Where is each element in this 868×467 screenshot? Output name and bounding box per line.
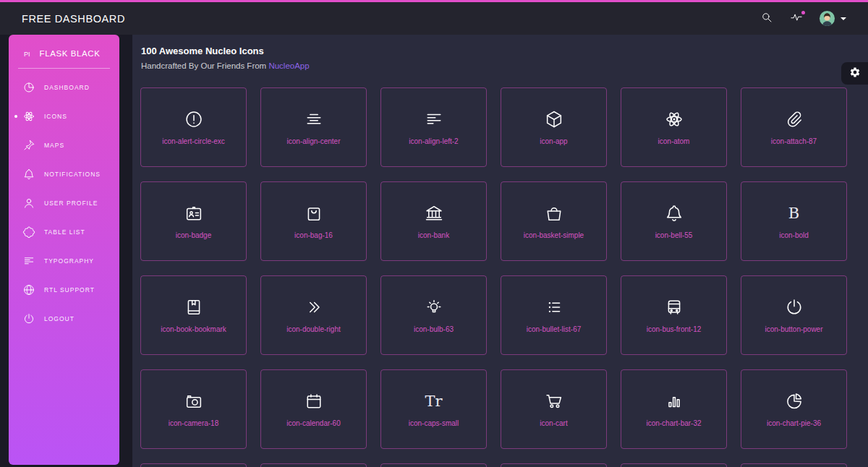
sidebar-item-maps[interactable]: MAPS <box>9 131 119 160</box>
gear-icon <box>849 67 861 80</box>
sidebar-item-dashboard[interactable]: DASHBOARD <box>9 73 119 102</box>
icon-card: icon-book-bookmark <box>140 275 247 355</box>
sidebar-logo[interactable]: FLASK BLACK <box>40 49 101 58</box>
icon-card-label: icon-cart <box>540 419 567 427</box>
align-center-icon <box>304 109 324 129</box>
icon-card: B icon-bold <box>741 181 847 261</box>
icon-card-cutoff <box>380 463 487 467</box>
icon-card-label: icon-bullet-list-67 <box>527 325 582 333</box>
chart-bar-32-icon <box>664 391 684 411</box>
sidebar-item-label: NOTIFICATIONS <box>44 171 101 178</box>
icon-card-cutoff <box>140 463 247 467</box>
world-icon <box>22 283 35 296</box>
icon-card: icon-bell-55 <box>621 181 727 261</box>
caps-small-icon: Tr <box>424 391 444 411</box>
nucleoapp-link[interactable]: NucleoApp <box>268 61 309 70</box>
icon-card-label: icon-caps-small <box>409 419 459 427</box>
chart-pie-36-icon <box>784 391 804 411</box>
icon-card: icon-bus-front-12 <box>621 275 727 355</box>
icon-card-cutoff <box>260 463 367 467</box>
calendar-60-icon <box>304 391 324 411</box>
sidebar-item-label: MAPS <box>44 142 64 149</box>
icon-card-cutoff <box>621 463 727 467</box>
search-button[interactable] <box>760 12 774 26</box>
sidebar-item-rtl-support[interactable]: RTL SUPPORT <box>9 275 119 304</box>
brand-title[interactable]: FREE DASHBOARD <box>22 13 125 25</box>
cart-icon <box>544 391 564 411</box>
pin-icon <box>22 139 35 152</box>
icon-card: icon-basket-simple <box>501 181 607 261</box>
atom-icon <box>22 110 35 123</box>
sidebar-item-typography[interactable]: TYPOGRAPHY <box>9 247 119 275</box>
align-left-2-icon <box>424 109 444 129</box>
icon-card-label: icon-attach-87 <box>771 137 817 145</box>
page-title: 100 Awesome Nucleo Icons <box>140 46 848 56</box>
icon-card-label: icon-bank <box>418 231 449 239</box>
button-power-icon <box>784 297 804 317</box>
icon-card-label: icon-basket-simple <box>524 231 584 239</box>
sidebar-item-notifications[interactable]: NOTIFICATIONS <box>9 160 119 189</box>
icon-card-label: icon-bus-front-12 <box>647 325 702 333</box>
sidebar-item-icons[interactable]: ICONS <box>9 102 119 131</box>
sidebar-item-label: DASHBOARD <box>44 84 90 91</box>
caret-down-icon <box>841 17 846 20</box>
search-icon <box>760 11 773 26</box>
icon-card: icon-bag-16 <box>260 181 367 261</box>
subtitle-text: Handcrafted By Our Friends From <box>141 61 266 70</box>
icon-card: icon-bullet-list-67 <box>501 275 607 355</box>
alert-circle-exc-icon <box>184 109 204 129</box>
icon-card-label: icon-calendar-60 <box>286 419 341 427</box>
icon-card: icon-atom <box>621 87 727 167</box>
active-dot-icon <box>14 115 17 118</box>
sidebar-nav: DASHBOARD ICONS MAPS NOTIFICATIONS USER … <box>9 73 119 333</box>
button-power-icon <box>22 312 35 325</box>
icon-card-label: icon-badge <box>176 231 211 239</box>
icon-card-label: icon-align-center <box>287 137 341 145</box>
icon-card-label: icon-bag-16 <box>294 231 333 239</box>
icon-card-label: icon-chart-pie-36 <box>767 419 821 427</box>
navbar-actions <box>760 10 846 27</box>
camera-18-icon <box>184 391 204 411</box>
sidebar-item-label: USER PROFILE <box>44 200 98 207</box>
notifications-button[interactable] <box>789 12 804 26</box>
sidebar-item-label: RTL SUPPORT <box>44 286 95 294</box>
icon-card: icon-button-power <box>741 275 847 355</box>
icon-card-label: icon-alert-circle-exc <box>162 137 225 145</box>
page-subtitle: Handcrafted By Our Friends From NucleoAp… <box>140 61 848 70</box>
icon-card-cutoff <box>501 463 607 467</box>
chart-pie-icon <box>22 81 35 94</box>
icon-card-label: icon-bell-55 <box>655 231 693 239</box>
sidebar: PI FLASK BLACK DASHBOARD ICONS MAPS NOTI… <box>9 35 119 465</box>
icon-card-label: icon-atom <box>658 137 690 145</box>
icon-card: icon-chart-pie-36 <box>741 369 847 449</box>
icon-card-label: icon-bold <box>779 231 809 239</box>
badge-icon <box>184 203 204 223</box>
icon-card: icon-calendar-60 <box>260 369 367 449</box>
notification-dot <box>801 11 805 14</box>
icon-card-label: icon-app <box>540 137 567 145</box>
icon-card: icon-chart-bar-32 <box>621 369 727 449</box>
sidebar-item-user-profile[interactable]: USER PROFILE <box>9 189 119 218</box>
bold-icon: B <box>784 203 804 223</box>
settings-button[interactable] <box>841 62 868 85</box>
bulb-63-icon <box>424 297 444 317</box>
sidebar-item-table-list[interactable]: TABLE LIST <box>9 218 119 247</box>
icon-card: icon-align-left-2 <box>380 87 487 167</box>
bullet-list-67-icon <box>544 297 564 317</box>
icon-card: icon-badge <box>140 181 247 261</box>
icon-card-cutoff <box>741 463 847 467</box>
sidebar-item-label: LOGOUT <box>44 315 75 322</box>
user-menu-button[interactable] <box>819 10 846 27</box>
sidebar-item-logout[interactable]: LOGOUT <box>9 304 119 333</box>
icon-card-label: icon-chart-bar-32 <box>646 419 701 427</box>
icon-card-label: icon-book-bookmark <box>161 325 226 333</box>
avatar <box>819 10 835 27</box>
user-icon <box>22 197 35 210</box>
sidebar-logo-mini[interactable]: PI <box>24 51 30 58</box>
bell-icon <box>22 168 35 181</box>
sidebar-item-label: TYPOGRAPHY <box>44 257 94 265</box>
sidebar-item-label: TABLE LIST <box>44 228 85 236</box>
icon-card-label: icon-button-power <box>765 325 822 333</box>
icons-grid: icon-alert-circle-exc icon-align-center … <box>140 87 848 467</box>
app-icon <box>544 109 564 129</box>
